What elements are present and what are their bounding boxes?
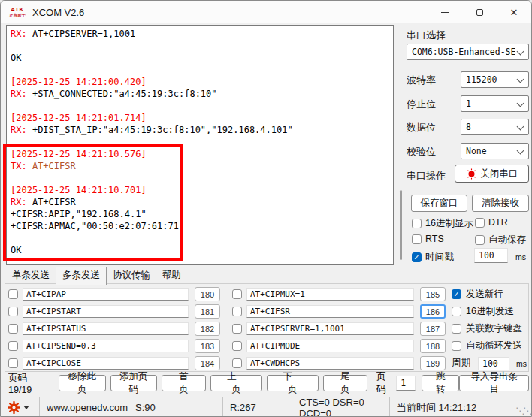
multisend-send-button[interactable]: 186 <box>420 304 446 319</box>
terminal-line: RX: +STA_CONNECTED:"a4:45:19:3c:f8:10" <box>11 88 389 100</box>
website-link[interactable]: www.openedv.com <box>40 397 128 417</box>
multisend-option[interactable]: 16进制发送 <box>452 303 522 320</box>
timestamp-checkbox[interactable]: 时间戳 <box>412 251 454 264</box>
multisend-send-button[interactable]: 184 <box>195 356 220 370</box>
page-nav-button[interactable]: 添加页码 <box>110 375 157 391</box>
timestamp-interval-input[interactable] <box>474 248 508 263</box>
multisend-row-checkbox[interactable] <box>8 289 18 299</box>
terminal-output[interactable]: RX: AT+CIPSERVER=1,1001 OK [2025-12-25 1… <box>6 25 394 265</box>
jump-button[interactable]: 跳转 <box>422 375 459 391</box>
period-label: 周期 <box>452 357 470 370</box>
parity-select[interactable]: None <box>461 143 529 159</box>
multisend-command-input[interactable] <box>23 357 189 370</box>
checkbox[interactable] <box>452 289 461 299</box>
save-window-button[interactable]: 保存窗口 <box>411 195 467 212</box>
multisend-row-checkbox[interactable] <box>232 324 242 334</box>
page-nav-button[interactable]: 移除此页 <box>59 375 105 391</box>
gear-menu-arrow-icon <box>23 406 29 409</box>
checkbox[interactable] <box>475 235 485 245</box>
multisend-row: 182 <box>8 320 220 337</box>
dtr-checkbox[interactable]: DTR <box>475 217 508 228</box>
multisend-command-input[interactable] <box>23 305 189 318</box>
multisend-command-input[interactable] <box>246 305 414 318</box>
multisend-command-input[interactable] <box>246 288 414 301</box>
period-input[interactable] <box>478 357 509 370</box>
page-nav-button[interactable]: 下一页 <box>267 375 319 391</box>
multisend-row: 184 <box>8 355 220 372</box>
terminal-line: [2025-12-25 14:21:10.701] <box>11 184 389 196</box>
multisend-command-input[interactable] <box>246 357 414 370</box>
scrollbar-thumb[interactable] <box>400 190 402 260</box>
multisend-command-input[interactable] <box>23 322 189 335</box>
send-tabs: 单条发送多条发送协议传输帮助 <box>6 269 187 284</box>
settings-menu[interactable] <box>1 397 40 417</box>
multisend-row-checkbox[interactable] <box>232 341 242 351</box>
checkbox[interactable] <box>412 219 422 228</box>
multisend-option[interactable]: 发送新行 <box>452 286 522 303</box>
tab-inactive[interactable]: 单条发送 <box>6 267 56 284</box>
import-export-button[interactable]: 导入导出条目 <box>459 375 529 391</box>
multisend-row-checkbox[interactable] <box>232 307 242 316</box>
multisend-row-checkbox[interactable] <box>8 341 18 351</box>
page-nav-button[interactable]: 上一页 <box>210 375 262 391</box>
multisend-option[interactable]: 自动循环发送 <box>452 337 522 355</box>
chevron-down-icon <box>517 123 524 131</box>
multisend-send-button[interactable]: 189 <box>420 356 446 370</box>
multisend-command-input[interactable] <box>23 340 189 352</box>
multisend-row-checkbox[interactable] <box>8 324 18 334</box>
multisend-send-button[interactable]: 185 <box>420 287 446 301</box>
terminal-line <box>11 172 389 184</box>
checkbox[interactable] <box>412 252 422 262</box>
multisend-row: 180 <box>8 286 220 303</box>
stopbits-select[interactable]: 1 <box>461 95 529 112</box>
checkbox[interactable] <box>475 218 485 228</box>
multisend-options: 发送新行16进制发送关联数字键盘自动循环发送 <box>452 286 522 355</box>
checkbox[interactable] <box>452 307 461 316</box>
hex-display-checkbox[interactable]: 16进制显示 <box>412 217 473 230</box>
baud-select[interactable]: 115200 <box>461 71 529 88</box>
clear-receive-button[interactable]: 清除接收 <box>472 195 529 212</box>
close-button[interactable]: ✕ <box>497 1 531 23</box>
tab-inactive[interactable]: 协议传输 <box>107 267 156 284</box>
terminal-line: [2025-12-25 14:21:10.576] <box>11 148 389 160</box>
multisend-row: 185 <box>232 286 446 303</box>
alientek-logo: ATK 正点原子 <box>8 7 26 17</box>
close-icon: ✕ <box>510 8 518 17</box>
period-unit-label: ms <box>516 359 527 368</box>
multisend-send-button[interactable]: 187 <box>420 322 446 336</box>
multisend-row-checkbox[interactable] <box>232 289 242 299</box>
multisend-row-checkbox[interactable] <box>232 358 242 368</box>
minimize-button[interactable] <box>428 1 462 23</box>
multisend-row-checkbox[interactable] <box>8 358 18 368</box>
rts-checkbox[interactable]: RTS <box>412 234 444 244</box>
close-serial-button[interactable]: 关闭串口 <box>455 165 529 183</box>
checkbox[interactable] <box>452 324 461 334</box>
serial-select-label: 串口选择 <box>407 29 446 42</box>
checkbox[interactable] <box>412 234 422 244</box>
status-bar: www.openedv.com S:90 R:267 CTS=0 DSR=0 D… <box>1 397 532 417</box>
multisend-send-button[interactable]: 188 <box>420 339 446 353</box>
multisend-option[interactable]: 关联数字键盘 <box>452 320 522 337</box>
multisend-row-checkbox[interactable] <box>8 307 18 316</box>
terminal-line <box>11 232 389 244</box>
page-nav-button[interactable]: 首页 <box>162 375 206 391</box>
multisend-send-button[interactable]: 180 <box>195 287 220 301</box>
multisend-command-input[interactable] <box>23 288 189 301</box>
autosave-checkbox[interactable]: 自动保存 <box>475 234 526 246</box>
multisend-send-button[interactable]: 183 <box>195 339 220 353</box>
multisend-send-button[interactable]: 181 <box>195 304 220 319</box>
multisend-command-input[interactable] <box>246 322 414 335</box>
serial-open-led-icon <box>466 168 477 180</box>
maximize-button[interactable] <box>462 1 497 23</box>
goto-page-input[interactable] <box>396 376 416 391</box>
multisend-command-input[interactable] <box>246 340 414 352</box>
page-nav-button[interactable]: 尾页 <box>323 375 367 391</box>
tab-active[interactable]: 多条发送 <box>56 267 107 285</box>
checkbox[interactable] <box>452 341 461 351</box>
port-select[interactable]: COM6:USB-Enhanced-SER <box>407 44 529 60</box>
resize-grip[interactable]: ⋱⋱ <box>515 406 530 416</box>
chevron-down-icon <box>517 147 524 155</box>
multisend-send-button[interactable]: 182 <box>195 322 220 336</box>
databits-select[interactable]: 8 <box>461 119 529 135</box>
tab-inactive[interactable]: 帮助 <box>156 267 187 284</box>
